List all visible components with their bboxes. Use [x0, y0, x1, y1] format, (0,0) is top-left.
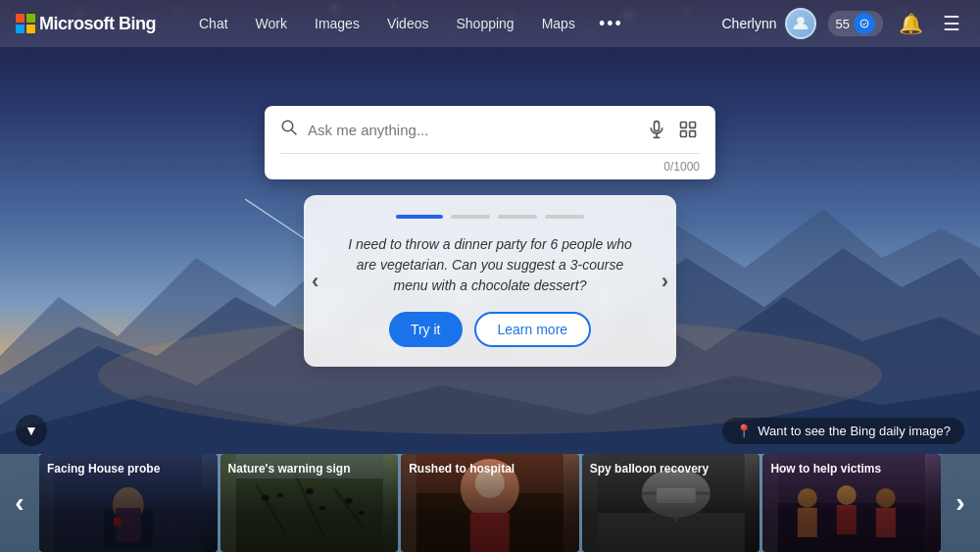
user-area: Cherlynn [722, 8, 816, 39]
news-prev-icon: ‹ [15, 487, 24, 519]
nav-shopping[interactable]: Shopping [444, 12, 525, 35]
news-next-button[interactable]: › [941, 454, 980, 552]
prompt-buttons: Try it Learn more [327, 312, 653, 347]
news-prev-button[interactable]: ‹ [0, 454, 39, 552]
nav-right: Cherlynn 55 🔔 ☰ [722, 8, 965, 39]
collapse-icon: ▼ [24, 423, 38, 438]
dot-3 [498, 215, 537, 219]
svg-rect-12 [690, 131, 696, 137]
prompt-prev-button[interactable]: ‹ [308, 265, 322, 298]
nav-maps[interactable]: Maps [530, 12, 587, 35]
news-next-icon: › [956, 487, 964, 519]
news-area: ▼ 📍 Want to see the Bing daily image? ‹ [0, 407, 980, 552]
logo-square-green [26, 14, 35, 23]
navbar: Microsoft Bing Chat Work Images Videos S… [0, 0, 980, 47]
news-card-rushed-hospital[interactable]: Rushed to hospital [401, 454, 579, 552]
news-card-title-5: How to help victims [770, 462, 933, 477]
user-avatar[interactable] [785, 8, 816, 39]
search-box: 0/1000 [265, 106, 715, 179]
news-card-title-4: Spy balloon recovery [590, 462, 753, 477]
prompt-next-button[interactable]: › [658, 265, 672, 298]
svg-rect-6 [655, 122, 660, 131]
logo-text: Microsoft Bing [39, 14, 156, 34]
news-card-title-3: Rushed to hospital [409, 462, 571, 477]
daily-image-button[interactable]: 📍 Want to see the Bing daily image? [722, 418, 964, 444]
user-name: Cherlynn [722, 16, 777, 31]
svg-line-5 [291, 129, 296, 134]
svg-point-2 [797, 17, 805, 25]
main-content: 0/1000 ‹ I need to throw a dinner party … [0, 106, 980, 367]
rewards-points: 55 [836, 17, 850, 31]
logo-area: Microsoft Bing [16, 14, 156, 34]
nav-work[interactable]: Work [244, 12, 299, 35]
search-icon [280, 119, 298, 141]
dot-4 [545, 215, 584, 219]
news-card-natures-warning[interactable]: Nature's warning sign [220, 454, 399, 552]
search-footer: 0/1000 [265, 154, 715, 179]
microsoft-logo-icon [16, 14, 35, 33]
collapse-button[interactable]: ▼ [16, 415, 47, 446]
bing-logo[interactable]: Microsoft Bing [16, 14, 156, 34]
logo-square-red [16, 14, 24, 23]
nav-videos[interactable]: Videos [375, 12, 441, 35]
learn-more-button[interactable]: Learn more [474, 312, 592, 347]
svg-point-3 [860, 20, 868, 27]
news-card-spy-balloon[interactable]: Spy balloon recovery [582, 454, 760, 552]
notifications-icon[interactable]: 🔔 [895, 8, 927, 39]
dot-active [396, 215, 443, 219]
menu-icon[interactable]: ☰ [939, 8, 964, 39]
svg-rect-10 [690, 123, 696, 128]
dot-2 [451, 215, 490, 219]
logo-square-blue [16, 25, 24, 33]
logo-square-yellow [26, 25, 35, 33]
prompt-card: ‹ I need to throw a dinner party for 6 p… [304, 195, 676, 367]
char-count: 0/1000 [663, 160, 700, 174]
search-input[interactable] [308, 122, 635, 138]
news-card-title-1: Facing House probe [47, 462, 210, 477]
news-cards: Facing House probe [39, 454, 941, 552]
svg-rect-9 [681, 123, 687, 128]
voice-search-button[interactable] [645, 118, 668, 141]
svg-point-4 [282, 121, 293, 131]
news-strip: ‹ [0, 454, 980, 552]
search-input-row [265, 106, 715, 153]
visual-search-button[interactable] [676, 118, 700, 141]
nav-images[interactable]: Images [303, 12, 371, 35]
search-container: 0/1000 ‹ I need to throw a dinner party … [0, 106, 980, 367]
nav-chat[interactable]: Chat [187, 12, 240, 35]
main-nav: Chat Work Images Videos Shopping Maps ••… [187, 10, 631, 38]
daily-image-label: Want to see the Bing daily image? [758, 424, 951, 438]
prompt-text: I need to throw a dinner party for 6 peo… [327, 234, 653, 296]
news-card-title-2: Nature's warning sign [228, 462, 391, 477]
try-it-button[interactable]: Try it [389, 312, 463, 347]
svg-rect-11 [681, 131, 687, 137]
rewards-icon [854, 13, 875, 34]
dots-row [327, 215, 653, 219]
search-icons-right [645, 118, 700, 141]
rewards-badge[interactable]: 55 [828, 11, 883, 36]
location-icon: 📍 [736, 424, 752, 438]
news-card-facing-house-probe[interactable]: Facing House probe [39, 454, 218, 552]
nav-more-button[interactable]: ••• [591, 10, 631, 38]
news-card-how-to-help[interactable]: How to help victims [762, 454, 941, 552]
news-controls: ▼ 📍 Want to see the Bing daily image? [0, 407, 980, 454]
